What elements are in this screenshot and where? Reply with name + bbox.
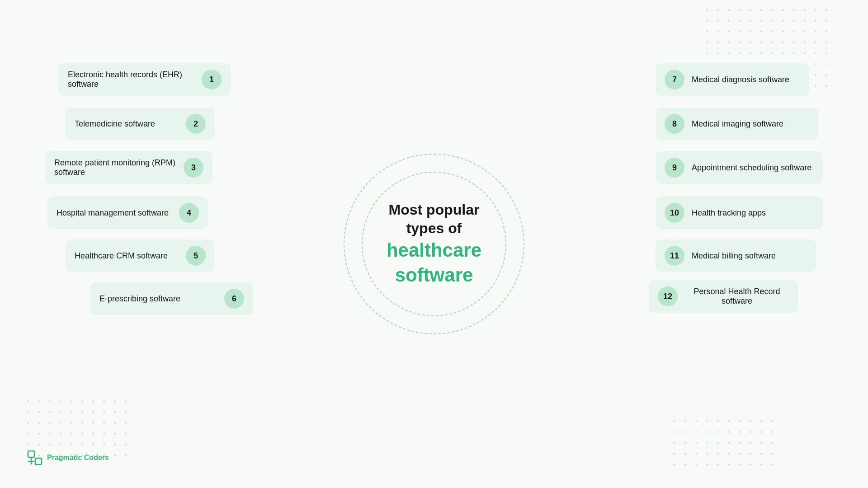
badge-5: 5 [186,246,206,266]
item-8: 8 Medical imaging software [656,108,818,140]
logo-text: Pragmatic Coders [47,454,109,462]
badge-8: 8 [665,114,684,134]
title-line1: Most popular [387,201,481,220]
item-7: 7 Medical diagnosis software [656,63,809,96]
item-6: E-prescribing software 6 [90,282,253,315]
item-box-9: 9 Appointment scheduling software [656,151,823,184]
item-label-5: Healthcare CRM software [75,251,180,261]
svg-rect-0 [28,451,34,457]
item-box-10: 10 Health tracking apps [656,197,823,229]
item-label-11: Medical billing software [692,251,776,261]
item-1: Electronic health records (EHR) software… [59,63,231,96]
badge-3: 3 [184,158,203,178]
badge-11: 11 [665,246,684,266]
item-label-4: Hospital management software [57,208,174,218]
item-3: Remote patient monitoring (RPM) software… [45,151,212,184]
item-label-3: Remote patient monitoring (RPM) software [54,158,178,177]
item-box-5: Healthcare CRM software 5 [66,239,215,272]
item-5: Healthcare CRM software 5 [66,239,215,272]
item-label-10: Health tracking apps [692,208,766,218]
center-circle-inner: Most popular types of healthcare softwar… [362,172,506,316]
svg-rect-1 [35,458,42,465]
title-line4: software [387,263,481,288]
item-box-8: 8 Medical imaging software [656,108,818,140]
item-10: 10 Health tracking apps [656,197,823,229]
pragmatic-coders-logo-icon [27,450,42,465]
item-box-3: Remote patient monitoring (RPM) software… [45,151,212,184]
badge-9: 9 [665,158,684,178]
center-diagram: Most popular types of healthcare softwar… [344,154,524,334]
dot-decoration-br: (function(){ var g = document.querySelec… [674,420,778,470]
badge-1: 1 [202,70,222,89]
item-label-6: E-prescribing software [99,294,219,304]
logo: Pragmatic Coders [27,450,109,465]
item-label-8: Medical imaging software [692,119,783,129]
badge-2: 2 [186,114,206,134]
title-line3: healthcare [387,238,481,263]
center-title: Most popular types of healthcare softwar… [387,201,481,287]
badge-10: 10 [665,203,684,223]
item-box-11: 11 Medical billing software [656,239,816,272]
badge-4: 4 [179,203,199,223]
item-12: 12 Personal Health Record software [649,280,798,313]
item-box-7: 7 Medical diagnosis software [656,63,809,96]
item-box-2: Telemedicine software 2 [66,108,215,140]
item-box-1: Electronic health records (EHR) software… [59,63,231,96]
item-9: 9 Appointment scheduling software [656,151,823,184]
badge-6: 6 [224,289,244,309]
item-box-12: 12 Personal Health Record software [649,280,798,313]
item-label-7: Medical diagnosis software [692,75,789,84]
item-label-12: Personal Health Record software [685,287,789,306]
title-line2: types of [387,219,481,238]
item-4: Hospital management software 4 [47,197,208,229]
item-label-1: Electronic health records (EHR) software [68,70,196,89]
badge-7: 7 [665,70,684,89]
item-label-2: Telemedicine software [75,119,180,129]
badge-12: 12 [658,286,678,306]
item-2: Telemedicine software 2 [66,108,215,140]
item-11: 11 Medical billing software [656,239,816,272]
item-box-6: E-prescribing software 6 [90,282,253,315]
item-label-9: Appointment scheduling software [692,163,811,173]
item-box-4: Hospital management software 4 [47,197,208,229]
